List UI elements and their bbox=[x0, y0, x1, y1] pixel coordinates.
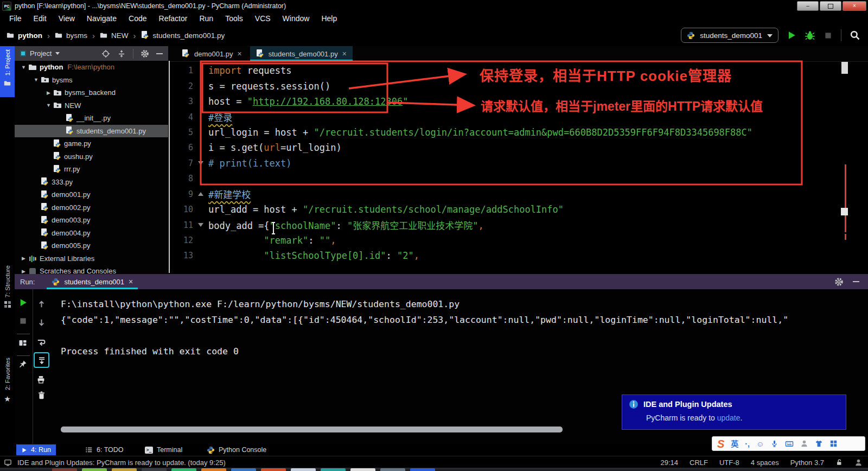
status-item[interactable]: 4 spaces bbox=[751, 459, 779, 467]
ime-punctuation-toggle[interactable]: ·, bbox=[745, 440, 750, 448]
tree-row[interactable]: ▼NEW bbox=[15, 99, 168, 112]
close-icon[interactable] bbox=[129, 277, 133, 286]
breadcrumb-item[interactable]: NEW bbox=[100, 31, 129, 40]
event-log-icon[interactable] bbox=[4, 459, 12, 467]
maximize-button[interactable] bbox=[820, 1, 841, 11]
hector-inspections-icon[interactable] bbox=[854, 459, 863, 467]
tree-row[interactable]: ▶Scratches and Consoles bbox=[15, 265, 168, 274]
tree-arrow-icon[interactable]: ▼ bbox=[31, 77, 41, 82]
keyboard-icon[interactable] bbox=[785, 440, 794, 448]
breadcrumb-item[interactable]: python bbox=[7, 31, 42, 40]
tree-row[interactable]: rrr.py bbox=[15, 163, 168, 176]
panel-splitter[interactable] bbox=[169, 61, 170, 273]
menu-tools[interactable]: Tools bbox=[219, 14, 249, 23]
tree-row[interactable]: ▶External Libraries bbox=[15, 252, 168, 265]
windows-taskbar[interactable] bbox=[0, 468, 868, 471]
input-method-bar[interactable]: S 英 ·, ☺ bbox=[712, 436, 865, 451]
taskbar-icon[interactable] bbox=[112, 468, 137, 471]
unlock-icon[interactable] bbox=[835, 459, 843, 466]
taskbar-icon[interactable] bbox=[350, 468, 375, 471]
fold-marker-icon[interactable] bbox=[193, 189, 208, 199]
tree-row[interactable]: __init__.py bbox=[15, 112, 168, 125]
project-panel-title[interactable]: Project bbox=[30, 49, 52, 58]
sogou-logo-icon[interactable]: S bbox=[717, 438, 724, 449]
fold-marker-icon[interactable] bbox=[193, 220, 208, 230]
person-icon[interactable] bbox=[800, 440, 808, 448]
menu-view[interactable]: View bbox=[53, 14, 81, 23]
taskbar-icon[interactable] bbox=[261, 468, 286, 471]
notification-popup[interactable]: IDE and Plugin Updates PyCharm is ready … bbox=[622, 394, 846, 430]
tree-row[interactable]: game.py bbox=[15, 137, 168, 150]
status-item[interactable]: Python 3.7 bbox=[790, 459, 824, 467]
tree-row[interactable]: demo005.py bbox=[15, 239, 168, 252]
hide-panel-button[interactable] bbox=[853, 281, 859, 282]
menu-vcs[interactable]: VCS bbox=[249, 14, 277, 23]
toolwindow-button-terminal[interactable]: >_Terminal bbox=[140, 444, 187, 455]
close-button[interactable]: × bbox=[843, 1, 866, 11]
menu-edit[interactable]: Edit bbox=[28, 14, 53, 23]
status-item[interactable]: 29:14 bbox=[660, 459, 678, 467]
breadcrumb-item[interactable]: students_demo001.py bbox=[141, 31, 225, 40]
run-tab[interactable]: students_demo001 bbox=[47, 274, 138, 289]
menu-run[interactable]: Run bbox=[193, 14, 219, 23]
search-everywhere-button[interactable] bbox=[850, 30, 860, 41]
menu-code[interactable]: Code bbox=[123, 14, 152, 23]
settings-gear-icon[interactable] bbox=[834, 277, 844, 287]
taskbar-icon[interactable] bbox=[82, 468, 107, 471]
tree-row[interactable]: ▶bysms_backend bbox=[15, 86, 168, 99]
microphone-icon[interactable] bbox=[770, 440, 778, 448]
taskbar-icon[interactable] bbox=[321, 468, 346, 471]
ime-language-toggle[interactable]: 英 bbox=[731, 440, 738, 448]
menu-help[interactable]: Help bbox=[315, 14, 343, 23]
taskbar-icon[interactable] bbox=[142, 468, 167, 471]
taskbar-icon[interactable] bbox=[201, 468, 226, 471]
skin-icon[interactable] bbox=[815, 440, 823, 448]
tree-row[interactable]: demo001.py bbox=[15, 188, 168, 201]
fold-marker-icon[interactable] bbox=[193, 158, 208, 168]
taskbar-icon[interactable] bbox=[291, 468, 316, 471]
tree-arrow-icon[interactable]: ▼ bbox=[19, 65, 28, 70]
tree-row[interactable]: demo004.py bbox=[15, 227, 168, 240]
stop-button[interactable] bbox=[824, 31, 833, 40]
breadcrumb-item[interactable]: bysms bbox=[55, 31, 87, 40]
collapse-all-button[interactable] bbox=[117, 49, 126, 58]
status-message[interactable]: IDE and Plugin Updates: PyCharm is ready… bbox=[17, 459, 226, 467]
close-icon[interactable] bbox=[238, 49, 242, 58]
tool-stripe-project[interactable]: 1: Project bbox=[0, 46, 15, 97]
tree-arrow-icon[interactable]: ▶ bbox=[19, 269, 28, 274]
taskbar-icon[interactable] bbox=[231, 468, 256, 471]
taskbar-icon[interactable] bbox=[380, 468, 405, 471]
run-config-selector[interactable]: students_demo001 bbox=[681, 28, 778, 43]
editor-tab[interactable]: students_demo001.py bbox=[250, 46, 353, 61]
run-button[interactable] bbox=[787, 30, 796, 40]
status-item[interactable]: CRLF bbox=[690, 459, 708, 467]
hide-panel-button[interactable] bbox=[156, 53, 163, 54]
locate-file-button[interactable] bbox=[101, 49, 110, 58]
tree-row[interactable]: demo003.py bbox=[15, 214, 168, 227]
debug-button[interactable] bbox=[805, 30, 815, 41]
settings-gear-icon[interactable] bbox=[141, 49, 149, 58]
tree-row[interactable]: ▼bysms bbox=[15, 74, 168, 87]
tree-arrow-icon[interactable]: ▶ bbox=[44, 90, 53, 96]
editor-tab[interactable]: demo001.py bbox=[176, 46, 248, 61]
ime-emoji-button[interactable]: ☺ bbox=[756, 440, 764, 448]
toolwindow-button-python-console[interactable]: Python Console bbox=[202, 444, 271, 455]
tree-row[interactable]: demo002.py bbox=[15, 201, 168, 214]
tree-row[interactable]: ▼pythonF:\learn\python bbox=[15, 61, 168, 74]
taskbar-icon[interactable] bbox=[410, 468, 435, 471]
toolwindow-button-6-todo[interactable]: 6: TODO bbox=[80, 444, 129, 455]
toolwindow-button-4-run[interactable]: 4: Run bbox=[16, 444, 56, 455]
update-link[interactable]: update bbox=[717, 413, 741, 422]
menu-file[interactable]: File bbox=[3, 14, 28, 23]
taskbar-icon[interactable] bbox=[171, 468, 196, 471]
tree-arrow-icon[interactable]: ▼ bbox=[44, 103, 53, 108]
tree-arrow-icon[interactable]: ▶ bbox=[19, 256, 28, 261]
tool-stripe-favorites[interactable]: 2: Favorites bbox=[0, 354, 15, 418]
tree-row[interactable]: oushu.py bbox=[15, 150, 168, 163]
menu-navigate[interactable]: Navigate bbox=[81, 14, 123, 23]
console-hscrollbar[interactable] bbox=[61, 427, 563, 432]
minimize-button[interactable]: – bbox=[797, 1, 819, 11]
taskbar-icon[interactable] bbox=[52, 468, 77, 471]
menu-window[interactable]: Window bbox=[277, 14, 316, 23]
close-icon[interactable] bbox=[342, 49, 347, 58]
